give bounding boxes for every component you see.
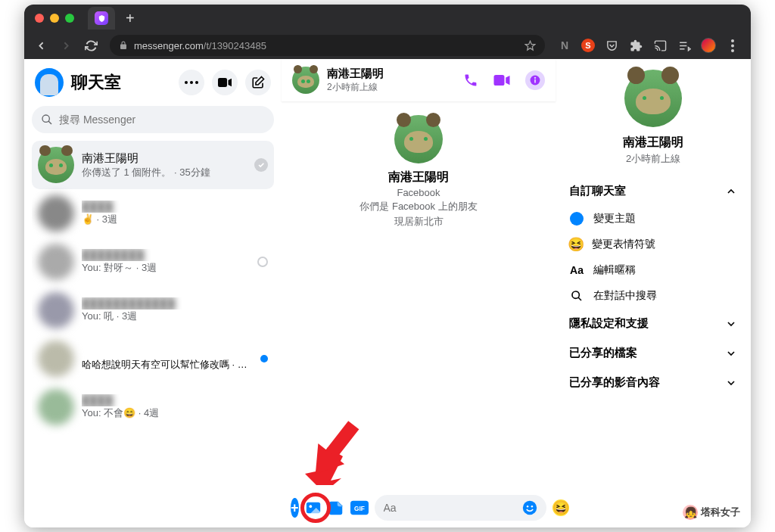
chat-avatar (38, 292, 74, 328)
svg-point-17 (526, 506, 528, 508)
conv-profile-sub3: 現居新北市 (394, 215, 444, 229)
svg-rect-10 (534, 79, 536, 83)
conv-profile-name: 南港王陽明 (388, 170, 449, 185)
back-button[interactable] (35, 39, 48, 52)
chat-name: ████ (82, 201, 268, 213)
chat-item[interactable]: ████████ You: 對呀～ · 3週 (32, 238, 274, 286)
reaction-emoji[interactable] (552, 499, 569, 516)
url-text: messenger.com/t/1390243485 (134, 40, 266, 51)
edit-nickname[interactable]: Aa 編輯暱稱 (563, 257, 743, 283)
browser-chrome: + messenger.com/t/1390243485 N S (24, 5, 751, 59)
info-button[interactable] (525, 70, 545, 90)
section-customize[interactable]: 自訂聊天室 (563, 176, 743, 206)
window-minimize[interactable] (50, 14, 59, 23)
extension-s-icon[interactable]: S (581, 39, 595, 52)
window-close[interactable] (35, 14, 44, 23)
details-panel: 南港王陽明 2小時前上線 自訂聊天室 變更主題 變更表情符號 Aa 編輯暱稱 (556, 59, 751, 527)
svg-point-0 (731, 39, 734, 42)
search-input[interactable] (59, 114, 265, 126)
chat-item[interactable]: 哈哈想說明天有空可以幫忙修改嗎 · 4週 (32, 334, 274, 383)
watermark: 👧 塔科女子 (683, 505, 740, 520)
conv-profile-sub2: 你們是 Facebook 上的朋友 (359, 200, 477, 213)
chat-item[interactable]: ████ ✌️ · 3週 (32, 189, 274, 238)
message-input-wrap[interactable] (375, 495, 546, 521)
sidebar: 聊天室 南港王陽明 你傳送了 1 個附件。 · 35分鐘 (24, 59, 282, 527)
chat-item[interactable]: 南港王陽明 你傳送了 1 個附件。 · 35分鐘 (32, 141, 274, 189)
video-button[interactable] (493, 75, 510, 86)
svg-point-3 (185, 81, 188, 84)
conversation: 南港王陽明 2小時前上線 南港王陽明 Facebook 你們是 Facebook… (282, 59, 556, 527)
svg-point-4 (190, 81, 193, 84)
svg-text:GIF: GIF (354, 505, 365, 512)
emoji-picker-icon[interactable] (522, 500, 537, 515)
unread-dot (260, 355, 268, 362)
aa-icon: Aa (569, 264, 584, 276)
pocket-icon[interactable] (604, 38, 619, 53)
chat-name: ████ (82, 394, 268, 406)
svg-rect-6 (218, 78, 227, 87)
section-files[interactable]: 已分享的檔案 (563, 338, 743, 368)
details-avatar[interactable] (624, 70, 682, 127)
chat-avatar (38, 341, 74, 377)
emoji-icon (569, 238, 583, 251)
conv-avatar[interactable] (292, 67, 319, 94)
section-media[interactable]: 已分享的影音內容 (563, 368, 743, 397)
compose-button[interactable] (245, 70, 271, 95)
message-input[interactable] (384, 502, 516, 514)
video-room-button[interactable] (212, 70, 238, 95)
chat-name: ████████ (82, 249, 250, 261)
svg-point-18 (531, 506, 533, 508)
search-icon (569, 290, 584, 302)
composer: + GIF (282, 488, 556, 527)
chat-item[interactable]: ████████████ You: 吼 · 3週 (32, 286, 274, 334)
change-theme[interactable]: 變更主題 (563, 206, 743, 232)
svg-point-1 (731, 44, 734, 47)
chat-avatar (38, 389, 74, 425)
sticker-icon[interactable] (328, 499, 344, 516)
details-status: 2小時前上線 (626, 152, 680, 166)
more-button[interactable] (179, 70, 204, 95)
svg-point-13 (309, 505, 312, 508)
add-button[interactable]: + (291, 498, 299, 518)
forward-button (60, 39, 73, 52)
chat-list: 南港王陽明 你傳送了 1 個附件。 · 35分鐘 ████ ✌️ · 3週 █ (32, 141, 274, 521)
extension-icon[interactable]: N (557, 38, 572, 53)
svg-point-7 (42, 115, 49, 122)
gif-icon[interactable]: GIF (350, 500, 369, 515)
sidebar-title: 聊天室 (71, 71, 171, 94)
my-avatar[interactable] (35, 68, 64, 97)
change-emoji[interactable]: 變更表情符號 (563, 232, 743, 257)
chat-preview: You: 對呀～ · 3週 (82, 261, 250, 275)
call-button[interactable] (463, 73, 478, 88)
svg-point-16 (522, 501, 536, 515)
conv-profile-avatar[interactable] (394, 115, 443, 163)
svg-point-2 (731, 49, 734, 52)
chat-avatar (38, 195, 74, 232)
conv-status: 2小時前上線 (327, 81, 456, 94)
url-bar[interactable]: messenger.com/t/1390243485 (110, 35, 545, 56)
cast-icon[interactable] (652, 38, 668, 53)
image-icon[interactable] (305, 499, 322, 516)
svg-point-11 (534, 77, 536, 79)
extensions-icon[interactable] (628, 38, 643, 53)
chat-preview: You: 不會😄 · 4週 (82, 406, 268, 420)
chat-avatar (38, 147, 74, 183)
star-icon[interactable] (524, 40, 536, 51)
conversation-header: 南港王陽明 2小時前上線 (282, 59, 556, 101)
chat-preview: 哈哈想說明天有空可以幫忙修改嗎 · 4週 (82, 358, 253, 372)
browser-tab[interactable] (88, 7, 115, 30)
profile-avatar-icon[interactable] (701, 38, 716, 53)
search-bar[interactable] (32, 106, 274, 133)
section-privacy[interactable]: 隱私設定和支援 (563, 309, 743, 338)
playlist-icon[interactable] (677, 38, 692, 53)
menu-icon[interactable] (725, 38, 740, 53)
chat-item[interactable]: ████ You: 不會😄 · 4週 (32, 383, 274, 431)
theme-icon (570, 212, 584, 226)
new-tab-button[interactable]: + (126, 10, 135, 27)
svg-point-19 (572, 291, 579, 298)
chat-name: ████████████ (82, 297, 268, 310)
reload-button[interactable] (85, 39, 98, 52)
window-maximize[interactable] (65, 14, 74, 23)
conv-profile-sub1: Facebook (397, 187, 440, 198)
search-in-conversation[interactable]: 在對話中搜尋 (563, 283, 743, 309)
